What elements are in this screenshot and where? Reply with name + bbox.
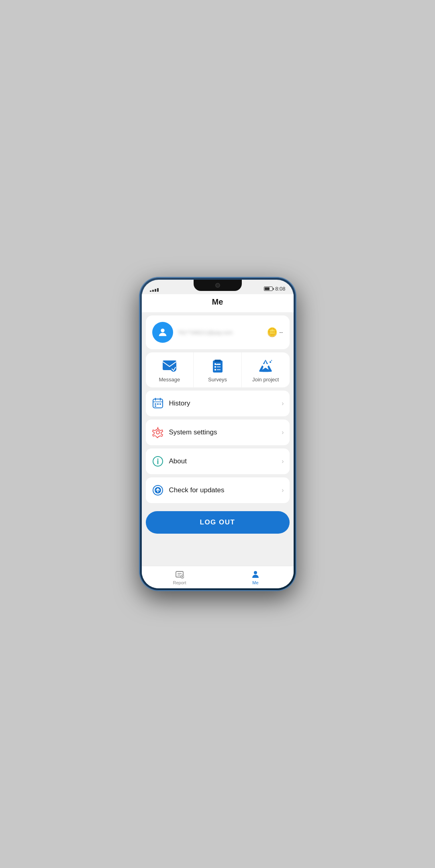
me-nav-icon <box>251 569 260 579</box>
menu-item-check-updates[interactable]: Check for updates › <box>146 477 290 503</box>
surveys-icon <box>210 359 226 373</box>
svg-rect-8 <box>214 366 216 368</box>
spacer <box>142 542 294 566</box>
phone-screen: 8:08 Me 761**348211@pay.com 🪙 -- <box>142 280 294 588</box>
update-icon <box>151 484 164 497</box>
quick-action-join-project[interactable]: Join project <box>242 352 290 387</box>
quick-action-surveys[interactable]: Surveys <box>194 352 242 387</box>
svg-rect-25 <box>155 405 156 407</box>
nav-item-report[interactable]: Report <box>142 566 218 588</box>
join-project-icon <box>257 359 274 373</box>
svg-rect-9 <box>214 369 216 371</box>
system-settings-label: System settings <box>169 428 277 436</box>
about-icon <box>151 455 164 468</box>
signal-indicator <box>150 288 159 292</box>
updates-chevron: › <box>282 487 284 494</box>
svg-rect-23 <box>157 403 159 405</box>
settings-chevron: › <box>282 429 284 436</box>
signal-bar-4 <box>157 288 159 292</box>
history-label: History <box>169 399 277 407</box>
battery-icon <box>264 287 273 291</box>
quick-actions-card: Message <box>146 352 290 387</box>
history-chevron: › <box>282 400 284 407</box>
notch <box>194 280 242 291</box>
menu-section: History › System settings › <box>146 391 290 503</box>
message-label: Message <box>159 377 180 383</box>
page-title: Me <box>142 294 294 312</box>
menu-item-about[interactable]: About › <box>146 448 290 474</box>
menu-item-system-settings[interactable]: System settings › <box>146 420 290 445</box>
svg-point-16 <box>270 361 271 363</box>
status-time: 8:08 <box>275 286 285 292</box>
svg-rect-24 <box>159 403 161 405</box>
svg-point-0 <box>161 329 164 332</box>
profile-card[interactable]: 761**348211@pay.com 🪙 -- <box>146 315 290 349</box>
status-right: 8:08 <box>264 286 285 292</box>
coin-area: 🪙 -- <box>267 327 283 338</box>
svg-rect-3 <box>213 360 223 373</box>
signal-bar-3 <box>155 289 156 292</box>
about-label: About <box>169 457 277 465</box>
front-camera <box>215 283 220 288</box>
signal-bar-1 <box>150 291 151 292</box>
nav-item-me[interactable]: Me <box>218 566 294 588</box>
about-chevron: › <box>282 458 284 465</box>
quick-action-message[interactable]: Message <box>146 352 194 387</box>
signal-bar-2 <box>152 290 154 292</box>
coin-icon: 🪙 <box>267 327 278 338</box>
history-icon <box>151 397 164 410</box>
profile-email: 761**348211@pay.com <box>178 330 262 336</box>
settings-icon <box>151 426 164 439</box>
logout-area: LOG OUT <box>142 503 294 542</box>
svg-point-26 <box>156 431 159 434</box>
phone-frame: 8:08 Me 761**348211@pay.com 🪙 -- <box>139 277 296 591</box>
join-project-label: Join project <box>252 377 279 383</box>
svg-point-38 <box>254 571 257 574</box>
check-updates-label: Check for updates <box>169 486 277 494</box>
screen-content: Me 761**348211@pay.com 🪙 -- <box>142 294 294 588</box>
surveys-label: Surveys <box>208 377 227 383</box>
svg-rect-7 <box>214 363 216 365</box>
message-icon <box>161 359 178 373</box>
avatar <box>152 322 173 343</box>
me-nav-label: Me <box>252 580 258 585</box>
battery-fill <box>265 287 270 290</box>
svg-point-17 <box>271 360 272 361</box>
svg-rect-22 <box>155 403 156 405</box>
menu-item-history[interactable]: History › <box>146 391 290 416</box>
svg-point-29 <box>157 459 158 460</box>
user-icon <box>157 327 168 338</box>
bottom-nav: Report Me <box>142 566 294 588</box>
report-nav-icon <box>175 569 184 579</box>
report-nav-label: Report <box>173 580 186 585</box>
coin-value: -- <box>279 329 283 336</box>
logout-button[interactable]: LOG OUT <box>146 511 290 534</box>
svg-rect-4 <box>214 360 221 362</box>
